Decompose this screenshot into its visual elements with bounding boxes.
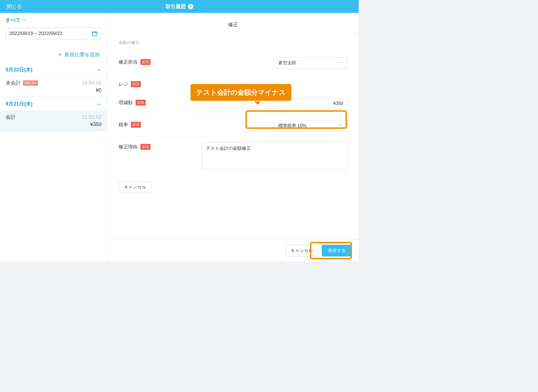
transaction-status: 会計 bbox=[6, 114, 16, 120]
chevron-down-icon: ﹀ bbox=[262, 101, 266, 106]
section-label: 金額の修正 bbox=[119, 40, 347, 45]
panel-title: 修正 bbox=[107, 13, 359, 33]
callout-tooltip: テスト会計の金額分マイナス bbox=[191, 84, 291, 101]
amount-value: ¥350 bbox=[333, 101, 343, 106]
row-tax: 税率 必須 標準税率 10% ﹀ bbox=[119, 115, 347, 137]
row-assignee: 修正担当 必須 青空太郎 ﹀ bbox=[119, 52, 347, 74]
close-button[interactable]: 閉じる bbox=[7, 3, 22, 10]
topbar: 閉じる 取引履歴 ? bbox=[0, 0, 359, 13]
required-badge: 必須 bbox=[131, 81, 141, 87]
transaction-amount: ¥0 bbox=[6, 87, 101, 93]
date-range-input[interactable]: 2022/09/19 ~ 2022/09/22 bbox=[6, 27, 101, 39]
transaction-row[interactable]: 未会計 削除済み 15:04:50 ¥0 bbox=[0, 77, 107, 97]
page-title-wrap: 取引履歴 ? bbox=[166, 3, 193, 10]
chevron-down-icon: ﹀ bbox=[339, 60, 343, 66]
add-slip-button[interactable]: ＋ 新規伝票を追加 bbox=[0, 46, 107, 63]
amount-label: 増減額 bbox=[119, 99, 133, 106]
date-group-label: 9月21日(水) bbox=[6, 101, 33, 107]
register-label: レジ bbox=[119, 81, 128, 87]
calendar-icon bbox=[92, 31, 98, 37]
add-slip-label: 新規伝票を追加 bbox=[64, 51, 100, 58]
help-icon[interactable]: ? bbox=[188, 4, 193, 9]
svg-rect-0 bbox=[92, 32, 97, 36]
required-badge: 必須 bbox=[136, 100, 146, 106]
save-button[interactable]: 保存する bbox=[322, 245, 352, 256]
required-badge: 必須 bbox=[140, 144, 150, 150]
main-area: 修正 金額の修正 修正担当 必須 青空太郎 ﹀ bbox=[107, 13, 359, 262]
chevron-down-icon: ﹀ bbox=[339, 123, 343, 129]
tax-select[interactable]: 標準税率 10% ﹀ bbox=[274, 120, 347, 132]
transaction-time: 15:04:50 bbox=[82, 80, 101, 86]
assignee-select[interactable]: 青空太郎 ﹀ bbox=[274, 57, 347, 69]
filter-label: すべて bbox=[6, 17, 21, 24]
row-reason: 修正理由 必須 テスト会計の金額修正 bbox=[119, 137, 347, 174]
date-group-label: 9月22日(木) bbox=[6, 66, 33, 73]
assignee-label: 修正担当 bbox=[119, 59, 138, 65]
reason-value: テスト会計の金額修正 bbox=[206, 146, 251, 151]
chevron-down-icon: ﹀ bbox=[22, 18, 26, 23]
date-group-header[interactable]: 9月21日(水) ︿ bbox=[0, 97, 107, 111]
required-badge: 必須 bbox=[140, 59, 150, 65]
required-badge: 必須 bbox=[131, 122, 141, 128]
tax-label: 税率 bbox=[119, 122, 128, 128]
tax-value: 標準税率 10% bbox=[278, 123, 306, 129]
sidebar: すべて ﹀ 2022/09/19 ~ 2022/09/22 ＋ 新規伝票を追加 … bbox=[0, 13, 107, 262]
date-group-header[interactable]: 9月22日(木) ︿ bbox=[0, 63, 107, 77]
plus-icon: ＋ bbox=[57, 51, 63, 58]
transaction-status: 未会計 bbox=[6, 80, 21, 86]
panel-footer: キャンセル 保存する bbox=[107, 239, 359, 262]
reason-textarea[interactable]: テスト会計の金額修正 bbox=[202, 142, 347, 169]
edit-panel: 修正 金額の修正 修正担当 必須 青空太郎 ﹀ bbox=[107, 13, 359, 262]
cancel-button[interactable]: キャンセル bbox=[285, 245, 318, 256]
assignee-value: 青空太郎 bbox=[278, 60, 296, 66]
page-title: 取引履歴 bbox=[166, 3, 186, 10]
chevron-up-icon: ︿ bbox=[97, 67, 101, 73]
filter-dropdown[interactable]: すべて ﹀ bbox=[6, 17, 101, 24]
transaction-row[interactable]: 会計 11:55:52 ¥350 bbox=[0, 111, 107, 131]
transaction-time: 11:55:52 bbox=[82, 114, 101, 120]
chevron-up-icon: ︿ bbox=[97, 101, 101, 107]
transaction-amount: ¥350 bbox=[6, 122, 101, 127]
inline-cancel-button[interactable]: キャンセル bbox=[119, 181, 152, 193]
date-range-value: 2022/09/19 ~ 2022/09/22 bbox=[9, 31, 62, 36]
deleted-badge: 削除済み bbox=[23, 80, 38, 86]
reason-label: 修正理由 bbox=[119, 144, 138, 150]
